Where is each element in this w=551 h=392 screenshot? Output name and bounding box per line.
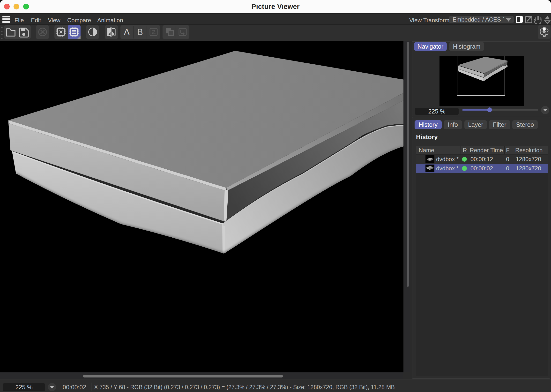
svg-text:A: A <box>124 27 130 37</box>
svg-text:B: B <box>137 27 143 37</box>
